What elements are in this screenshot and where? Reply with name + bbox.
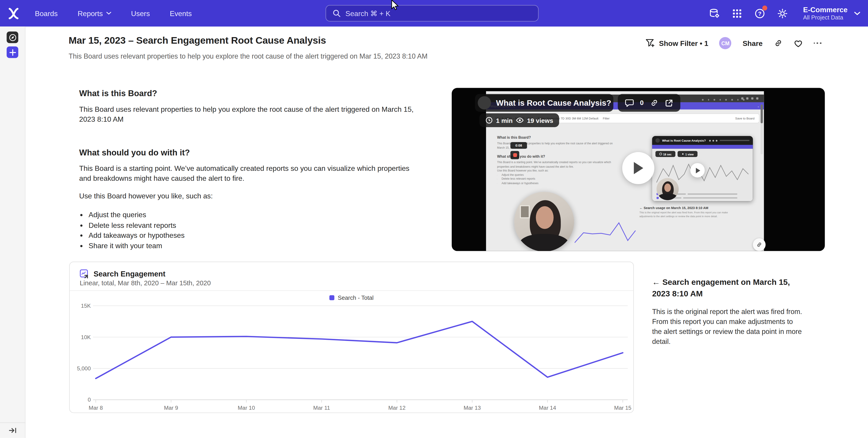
primary-nav: Boards Reports Users Events [35, 0, 192, 27]
comment-count: 0 [640, 99, 644, 107]
section-heading: What should you do with it? [79, 148, 419, 157]
section-heading: What is this Board? [79, 89, 419, 98]
eye-icon [516, 117, 524, 123]
svg-text:Mar 8: Mar 8 [89, 405, 103, 411]
svg-text:15K: 15K [81, 303, 91, 309]
chevron-down-icon [106, 11, 111, 15]
expand-sidebar-icon [9, 427, 17, 434]
copy-video-link-button[interactable] [753, 238, 766, 251]
note-body: This is the original report the alert wa… [652, 307, 803, 347]
report-card[interactable]: Search Engagement Linear, total, Mar 8th… [69, 262, 634, 413]
list-item: Add takeaways or hypotheses [89, 231, 419, 240]
svg-text:Mar 15: Mar 15 [614, 405, 631, 411]
project-switcher[interactable]: E-Commerce All Project Data [803, 5, 860, 21]
left-rail [0, 27, 25, 438]
video-title-pill: What is Root Cause Analysis? [475, 94, 613, 111]
discover-compass-button[interactable] [6, 31, 18, 43]
recorded-extensions-row [702, 99, 745, 100]
nested-nav-bar [652, 145, 753, 149]
nested-video-title: What is Root Cause Analysis? [662, 139, 706, 142]
nested-duration-badge: 18 sec [655, 151, 676, 157]
open-external-icon[interactable] [664, 99, 673, 107]
page-title: Mar 15, 2023 – Search Engagement Root Ca… [69, 35, 326, 46]
nested-video-frame: What is Root Cause Analysis? 18 sec [652, 136, 753, 201]
svg-text:Mar 12: Mar 12 [388, 405, 405, 411]
mixpanel-logo-icon[interactable] [7, 7, 20, 20]
recording-stop-button [510, 151, 519, 159]
search-input[interactable]: Search ⌘ + K [326, 5, 539, 22]
comment-icon[interactable] [625, 98, 634, 107]
wall-frame [520, 205, 530, 218]
play-button[interactable] [622, 152, 654, 184]
chart-legend: Search - Total [70, 294, 633, 301]
nav-utilities: ? E-Commerce All Project Data [709, 0, 860, 27]
add-board-button[interactable] [6, 46, 18, 58]
clock-icon [486, 117, 493, 124]
recorded-save-label: Save to Board [735, 117, 754, 120]
video-meta-pill: 1 min 19 views [479, 113, 559, 127]
compass-icon [9, 33, 16, 41]
plus-icon [9, 49, 16, 56]
recorded-note-text: ← Search usage on March 15, 2023 8:10 AM… [640, 206, 728, 218]
recorded-scrollbar [761, 104, 763, 154]
copy-link-button[interactable] [774, 39, 783, 47]
mouse-cursor [391, 0, 399, 10]
section-paragraph: This Board uses relevant properties to h… [79, 104, 419, 125]
notification-dot [762, 5, 767, 10]
nested-play-button [690, 163, 705, 178]
project-name: E-Commerce [803, 5, 847, 14]
video-player[interactable]: Mixpanel (project 3)⌄ Mar 9, 2023 – Mar … [452, 88, 825, 251]
heart-icon [794, 39, 803, 47]
svg-text:Mar 14: Mar 14 [539, 405, 556, 411]
avatar[interactable]: CM [719, 37, 732, 49]
nested-webcam-bubble [656, 178, 679, 200]
list-item: Adjust the queries [89, 210, 419, 220]
app-window: Boards Reports Users Events Search ⌘ + K [0, 0, 868, 438]
link-icon [756, 242, 762, 248]
video-duration: 1 min [496, 117, 513, 124]
svg-text:0: 0 [88, 397, 91, 403]
report-note: ← Search engagement on March 15, 2023 8:… [652, 276, 803, 347]
nav-item-reports[interactable]: Reports [78, 9, 111, 18]
video-toolbar-pill: 0 [618, 94, 680, 111]
recorded-mini-chart [575, 215, 637, 245]
report-title: Search Engagement [94, 269, 165, 279]
presenter-avatar [478, 96, 491, 109]
trend-line-chart[interactable]: 05,00010K15KMar 8Mar 9Mar 10Mar 11Mar 12… [70, 301, 633, 413]
chevron-down-icon [854, 11, 860, 15]
recording-timer: 0:08 [510, 142, 527, 149]
svg-text:Mar 9: Mar 9 [164, 405, 178, 411]
share-button[interactable]: Share [743, 39, 763, 47]
more-options-button[interactable] [814, 42, 822, 44]
show-filter-button[interactable]: Show Filter • 1 [646, 39, 708, 47]
report-subtitle: Linear, total, Mar 8th, 2020 – Mar 15th,… [80, 279, 211, 287]
apps-grid-icon[interactable] [732, 8, 743, 19]
video-title: What is Root Cause Analysis? [496, 98, 611, 107]
note-heading: ← Search engagement on March 15, 2023 8:… [652, 276, 803, 300]
legend-swatch [330, 295, 335, 300]
project-scope: All Project Data [803, 14, 847, 21]
link-icon [774, 39, 783, 47]
line-chart-report-icon [80, 269, 89, 279]
search-placeholder: Search ⌘ + K [345, 9, 391, 18]
help-icon[interactable]: ? [754, 8, 766, 19]
nav-item-events[interactable]: Events [170, 9, 192, 18]
expand-sidebar-button[interactable] [9, 427, 17, 434]
nav-item-users[interactable]: Users [131, 9, 150, 18]
webcam-bubble [514, 192, 574, 251]
page-subtitle: This Board uses relevant properties to h… [69, 53, 428, 60]
data-management-icon[interactable] [709, 8, 720, 19]
legend-label: Search - Total [338, 294, 374, 301]
svg-text:10K: 10K [81, 334, 91, 340]
nested-avatar [655, 138, 660, 143]
nav-item-boards[interactable]: Boards [35, 9, 58, 18]
tips-list: Adjust the queries Delete less relevant … [89, 210, 419, 251]
settings-gear-icon[interactable] [777, 8, 788, 19]
board-description: What is this Board? This Board uses rele… [79, 89, 419, 251]
svg-text:Mar 10: Mar 10 [238, 405, 255, 411]
svg-text:Mar 13: Mar 13 [464, 405, 481, 411]
link-icon[interactable] [650, 98, 658, 107]
section-paragraph: Use this Board however you like, such as… [79, 192, 419, 201]
favorite-button[interactable] [794, 39, 803, 47]
top-nav: Boards Reports Users Events Search ⌘ + K [0, 0, 868, 27]
